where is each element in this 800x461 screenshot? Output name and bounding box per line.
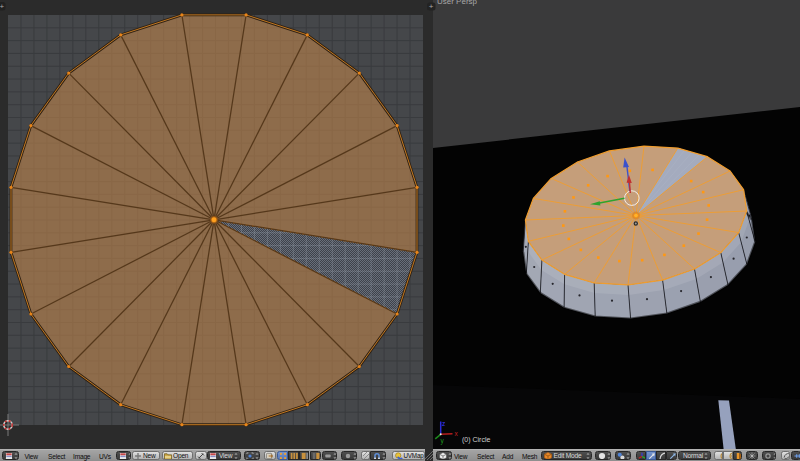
svg-text:(0) Circle: (0) Circle [462, 436, 490, 444]
svg-text:User Persp: User Persp [437, 0, 478, 6]
svg-text:+: + [429, 2, 434, 11]
svg-text:z: z [442, 420, 445, 427]
svg-text:+: + [0, 2, 4, 11]
